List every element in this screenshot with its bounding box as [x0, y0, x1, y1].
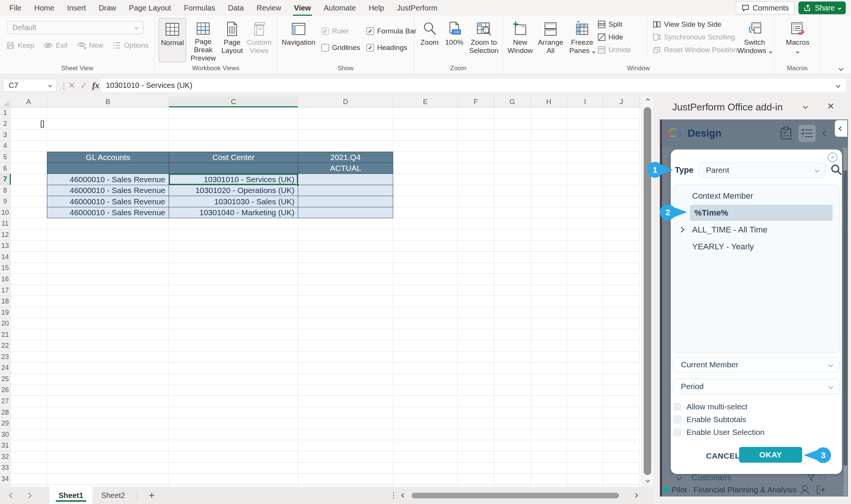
cell-B9[interactable]: 46000010 - Sales Revenue [47, 196, 169, 207]
cell-B6[interactable] [47, 163, 169, 174]
cell-D32[interactable] [298, 451, 393, 463]
row-header-18[interactable]: 18 [0, 296, 11, 307]
cell-H32[interactable] [531, 451, 567, 463]
cell-C13[interactable] [169, 241, 298, 252]
dialog-close-icon[interactable]: ✕ [828, 152, 837, 162]
okay-button[interactable]: OKAY [739, 447, 802, 463]
new-button[interactable]: New [77, 40, 103, 51]
sheet-view-combo[interactable]: Default [8, 21, 143, 34]
cell-E12[interactable] [393, 229, 458, 241]
cell-B34[interactable] [47, 474, 169, 485]
cell-B11[interactable] [47, 218, 169, 229]
cell-J28[interactable] [604, 407, 640, 418]
cell-G23[interactable] [494, 352, 531, 363]
horizontal-scrollbar-thumb[interactable] [412, 493, 619, 498]
expand-formula-bar-icon[interactable] [836, 83, 840, 88]
cell-I2[interactable] [567, 119, 604, 130]
row-header-16[interactable]: 16 [0, 274, 11, 285]
row-header-31[interactable]: 31 [0, 440, 11, 451]
cell-F33[interactable] [458, 463, 494, 474]
cell-C31[interactable] [169, 440, 298, 451]
insert-function-icon[interactable]: fx [90, 79, 101, 92]
cell-I18[interactable] [567, 296, 604, 307]
cell-D8[interactable] [298, 185, 393, 196]
cell-A10[interactable] [11, 207, 47, 219]
row-header-19[interactable]: 19 [0, 307, 11, 318]
page-layout-button[interactable]: Page Layout [220, 18, 244, 62]
cell-F3[interactable] [458, 130, 494, 141]
cell-I5[interactable] [567, 152, 604, 163]
checkbox-box[interactable]: ✓ [321, 27, 329, 35]
keep-button[interactable]: Keep [6, 40, 34, 51]
row-header-28[interactable]: 28 [0, 407, 11, 418]
checkbox-headings[interactable]: ✓Headings [367, 42, 416, 53]
member-item-yearly-yearly[interactable]: YEARLY - Yearly [673, 238, 839, 255]
cell-A14[interactable] [11, 252, 47, 263]
switch-windows-button[interactable]: Switch Windows [736, 18, 773, 62]
cell-E22[interactable] [393, 340, 458, 352]
column-header-H[interactable]: H [531, 97, 567, 107]
cell-G31[interactable] [494, 440, 531, 451]
cell-G15[interactable] [494, 263, 531, 274]
cell-J14[interactable] [604, 252, 640, 263]
cell-D20[interactable] [298, 318, 393, 329]
cell-C32[interactable] [169, 451, 298, 463]
cell-F20[interactable] [458, 318, 494, 329]
cell-D1[interactable] [298, 107, 393, 119]
cell-E2[interactable] [393, 119, 458, 130]
cell-E17[interactable] [393, 285, 458, 296]
cell-A33[interactable] [11, 463, 47, 474]
cell-C15[interactable] [169, 263, 298, 274]
cell-E23[interactable] [393, 352, 458, 363]
cell-D22[interactable] [298, 340, 393, 352]
cell-E26[interactable] [393, 385, 458, 396]
option-allow-multi-select[interactable]: Allow multi-select [673, 400, 838, 413]
cell-J12[interactable] [604, 229, 640, 241]
menu-tab-justperform[interactable]: JustPerform [391, 0, 444, 16]
cell-F16[interactable] [458, 274, 494, 285]
cell-I7[interactable] [567, 174, 604, 185]
cell-F29[interactable] [458, 418, 494, 429]
cell-H20[interactable] [531, 318, 567, 329]
cell-G11[interactable] [494, 218, 531, 229]
cell-B33[interactable] [47, 463, 169, 474]
cell-C24[interactable] [169, 363, 298, 374]
hscroll-right-icon[interactable] [633, 493, 638, 498]
row-header-21[interactable]: 21 [0, 329, 11, 341]
cell-E3[interactable] [393, 130, 458, 141]
options-button[interactable]: Options [112, 40, 148, 51]
row-header-34[interactable]: 34 [0, 474, 11, 485]
cell-I34[interactable] [567, 474, 604, 485]
cell-F6[interactable] [458, 163, 494, 174]
menu-tab-insert[interactable]: Insert [61, 0, 92, 16]
cell-I17[interactable] [567, 285, 604, 296]
cell-D17[interactable] [298, 285, 393, 296]
cell-D14[interactable] [298, 252, 393, 263]
cell-J10[interactable] [604, 207, 640, 219]
cell-J20[interactable] [604, 318, 640, 329]
cell-G18[interactable] [494, 296, 531, 307]
pane-side-collapse-tab[interactable] [835, 120, 847, 137]
cell-A2[interactable]: [] [11, 119, 47, 130]
cell-B15[interactable] [47, 263, 169, 274]
column-header-C[interactable]: C [169, 97, 298, 107]
row-header-7[interactable]: 7 [0, 174, 11, 185]
cell-I31[interactable] [567, 440, 604, 451]
cell-F27[interactable] [458, 396, 494, 407]
cell-A22[interactable] [11, 340, 47, 352]
cell-G9[interactable] [494, 196, 531, 207]
cell-B5[interactable]: GL Accounts [47, 152, 169, 163]
cell-H10[interactable] [531, 207, 567, 219]
custom-views-button[interactable]: Custom Views [246, 18, 273, 62]
cell-G16[interactable] [494, 274, 531, 285]
menu-tab-formulas[interactable]: Formulas [178, 0, 222, 16]
view-side-by-side-button[interactable]: View Side by Side [652, 19, 737, 30]
cell-B18[interactable] [47, 296, 169, 307]
cell-J27[interactable] [604, 396, 640, 407]
option-enable-user-selection[interactable]: Enable User Selection [673, 426, 838, 439]
cell-J16[interactable] [604, 274, 640, 285]
cell-G13[interactable] [494, 241, 531, 252]
sheet-options-dots[interactable]: ⋮ [390, 491, 397, 500]
cell-D5[interactable]: 2021.Q4 [298, 152, 393, 163]
cell-D28[interactable] [298, 407, 393, 418]
